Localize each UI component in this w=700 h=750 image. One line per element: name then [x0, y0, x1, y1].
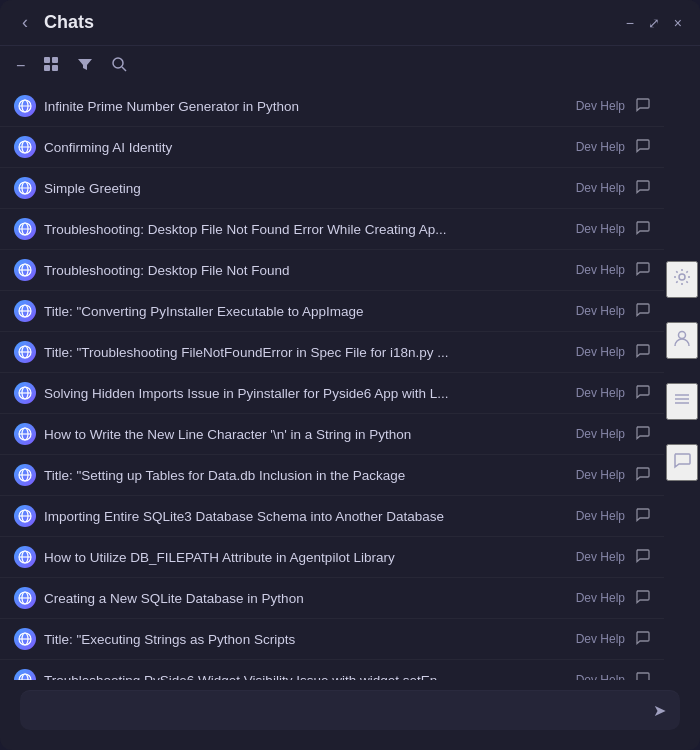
chat-list-item[interactable]: How to Utilize DB_FILEPATH Attribute in …	[0, 537, 664, 578]
input-bar: ➤	[20, 690, 680, 730]
chat-item-bubble-icon	[635, 630, 650, 648]
chat-item-icon	[14, 300, 36, 322]
chat-item-bubble-icon	[635, 466, 650, 484]
filter-button[interactable]	[75, 54, 95, 78]
chat-item-name: Creating a New SQLite Database in Python	[44, 591, 568, 606]
svg-rect-1	[52, 57, 58, 63]
svg-rect-0	[44, 57, 50, 63]
chat-item-bubble-icon	[635, 425, 650, 443]
chat-item-tag: Dev Help	[576, 345, 625, 359]
chat-list-item[interactable]: Title: "Converting PyInstaller Executabl…	[0, 291, 664, 332]
chat-item-name: Troubleshooting: Desktop File Not Found …	[44, 222, 568, 237]
chat-list-item[interactable]: Title: "Executing Strings as Python Scri…	[0, 619, 664, 660]
chat-item-tag: Dev Help	[576, 591, 625, 605]
title-bar: ‹ Chats − ⤢ ×	[0, 0, 700, 46]
chat-item-bubble-icon	[635, 548, 650, 566]
chat-item-name: Simple Greeting	[44, 181, 568, 196]
right-sidebar	[664, 141, 700, 600]
chat-item-tag: Dev Help	[576, 468, 625, 482]
maximize-button[interactable]: ⤢	[646, 13, 662, 33]
chat-item-bubble-icon	[635, 671, 650, 680]
chat-item-tag: Dev Help	[576, 427, 625, 441]
chat-item-tag: Dev Help	[576, 509, 625, 523]
chat-item-icon	[14, 259, 36, 281]
chat-item-icon	[14, 341, 36, 363]
chat-item-tag: Dev Help	[576, 386, 625, 400]
chat-list-item[interactable]: Importing Entire SQLite3 Database Schema…	[0, 496, 664, 537]
chat-item-bubble-icon	[635, 261, 650, 279]
svg-point-49	[22, 674, 28, 680]
input-area: ➤	[0, 680, 700, 750]
chat-list-item[interactable]: How to Write the New Line Character '\n'…	[0, 414, 664, 455]
chat-item-bubble-icon	[635, 343, 650, 361]
list-icon[interactable]	[666, 383, 698, 420]
settings-icon[interactable]	[666, 261, 698, 298]
chat-item-name: Solving Hidden Imports Issue in Pyinstal…	[44, 386, 568, 401]
chat-item-icon	[14, 505, 36, 527]
chat-item-tag: Dev Help	[576, 222, 625, 236]
chat-item-tag: Dev Help	[576, 304, 625, 318]
chat-item-icon	[14, 95, 36, 117]
chat-item-tag: Dev Help	[576, 632, 625, 646]
chat-item-tag: Dev Help	[576, 99, 625, 113]
chat-list: Infinite Prime Number Generator in Pytho…	[0, 86, 700, 680]
svg-rect-3	[52, 65, 58, 71]
chat-item-bubble-icon	[635, 507, 650, 525]
chat-item-icon	[14, 423, 36, 445]
minimize-button[interactable]: −	[624, 13, 636, 33]
chat-item-icon	[14, 628, 36, 650]
chat-list-item[interactable]: Infinite Prime Number Generator in Pytho…	[0, 86, 664, 127]
chat-item-tag: Dev Help	[576, 263, 625, 277]
svg-rect-2	[44, 65, 50, 71]
chat-item-name: Title: "Converting PyInstaller Executabl…	[44, 304, 568, 319]
svg-point-48	[19, 674, 31, 680]
chat-item-icon	[14, 218, 36, 240]
window-title: Chats	[44, 12, 94, 33]
chat-list-item[interactable]: Troubleshooting PySide6 Widget Visibilit…	[0, 660, 664, 680]
message-input[interactable]	[34, 703, 643, 719]
chat-item-tag: Dev Help	[576, 181, 625, 195]
chat-item-name: Infinite Prime Number Generator in Pytho…	[44, 99, 568, 114]
search-button[interactable]	[109, 54, 129, 78]
chat-list-item[interactable]: Troubleshooting: Desktop File Not Found …	[0, 209, 664, 250]
chat-item-name: How to Write the New Line Character '\n'…	[44, 427, 568, 442]
chat-item-icon	[14, 587, 36, 609]
chat-item-bubble-icon	[635, 302, 650, 320]
chat-list-item[interactable]: Title: "Troubleshooting FileNotFoundErro…	[0, 332, 664, 373]
chat-item-tag: Dev Help	[576, 550, 625, 564]
main-window: ‹ Chats − ⤢ × −	[0, 0, 700, 750]
close-button[interactable]: ×	[672, 13, 684, 33]
chat-item-bubble-icon	[635, 384, 650, 402]
chat-item-icon	[14, 382, 36, 404]
chat-item-tag: Dev Help	[576, 673, 625, 680]
chat-item-icon	[14, 136, 36, 158]
chat-item-icon	[14, 464, 36, 486]
chat-item-name: Title: "Setting up Tables for Data.db In…	[44, 468, 568, 483]
svg-point-4	[113, 58, 123, 68]
chat-item-bubble-icon	[635, 179, 650, 197]
chat-list-item[interactable]: Title: "Setting up Tables for Data.db In…	[0, 455, 664, 496]
chat-item-name: Troubleshooting PySide6 Widget Visibilit…	[44, 673, 568, 681]
chat-list-item[interactable]: Solving Hidden Imports Issue in Pyinstal…	[0, 373, 664, 414]
chat-item-icon	[14, 177, 36, 199]
back-button[interactable]: ‹	[16, 10, 34, 35]
collapse-button[interactable]: −	[14, 55, 27, 77]
chat-item-bubble-icon	[635, 589, 650, 607]
chat-icon[interactable]	[666, 444, 698, 481]
svg-point-79	[679, 331, 686, 338]
toolbar: −	[0, 46, 700, 86]
chat-item-bubble-icon	[635, 220, 650, 238]
chat-item-bubble-icon	[635, 138, 650, 156]
window-controls: − ⤢ ×	[624, 13, 684, 33]
chat-item-name: Importing Entire SQLite3 Database Schema…	[44, 509, 568, 524]
chat-list-item[interactable]: Simple GreetingDev Help	[0, 168, 664, 209]
chat-item-name: How to Utilize DB_FILEPATH Attribute in …	[44, 550, 568, 565]
chat-list-item[interactable]: Troubleshooting: Desktop File Not FoundD…	[0, 250, 664, 291]
chat-item-name: Troubleshooting: Desktop File Not Found	[44, 263, 568, 278]
svg-line-5	[122, 67, 126, 71]
chat-list-item[interactable]: Confirming AI IdentityDev Help	[0, 127, 664, 168]
chat-list-item[interactable]: Creating a New SQLite Database in Python…	[0, 578, 664, 619]
layout-button[interactable]	[41, 54, 61, 78]
send-button[interactable]: ➤	[653, 701, 666, 720]
user-icon[interactable]	[666, 322, 698, 359]
